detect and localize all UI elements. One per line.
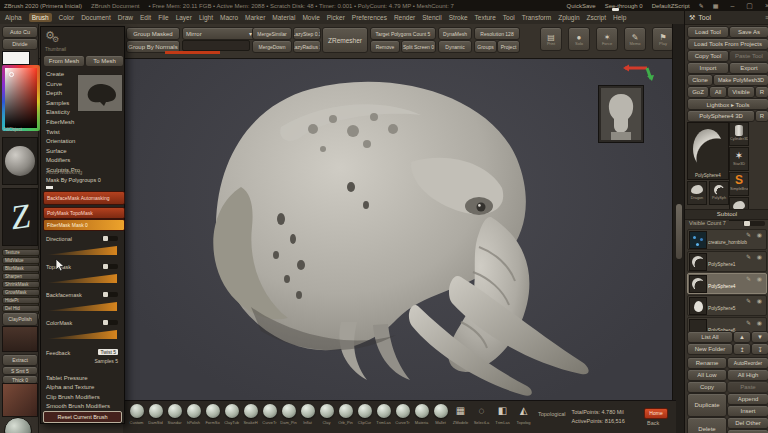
menu-item[interactable]: Document: [81, 14, 111, 21]
active-tool-thumbnail[interactable]: PolySphere4: [687, 122, 729, 180]
merge-similar-button[interactable]: MergeSimilar: [252, 27, 292, 40]
brush-thumbnail[interactable]: Clay: [317, 404, 336, 425]
brush-menu-section[interactable]: Tablet Pressure: [46, 375, 129, 381]
tray-button[interactable]: Sharpen: [2, 273, 40, 280]
brush-menu-section[interactable]: Twist: [46, 129, 129, 135]
rename-button[interactable]: Rename: [687, 357, 727, 369]
brush-menu-section[interactable]: Clip Brush Modifiers: [46, 394, 129, 400]
menu-item[interactable]: Zscript: [587, 14, 607, 21]
groups-button[interactable]: Groups: [474, 40, 497, 53]
slider-track[interactable]: [102, 236, 118, 241]
shelf-macro-button[interactable]: ▤ Print: [540, 27, 562, 51]
brush-thumbnail[interactable]: ClayTub: [222, 404, 241, 425]
slider-nub[interactable]: [46, 186, 53, 189]
brush-thumbnail[interactable]: Mallet: [431, 404, 450, 425]
axis-gizmo[interactable]: [623, 63, 655, 81]
menu-item[interactable]: Draw: [118, 14, 133, 21]
fiber-mask-button[interactable]: FiberMask Mask 0: [43, 219, 125, 231]
divide-button[interactable]: Divide: [2, 38, 38, 50]
menu-item[interactable]: Zplugin: [558, 14, 579, 21]
window-minimize-button[interactable]: –: [730, 2, 734, 9]
brush-thumbnail[interactable]: SnakeH: [241, 404, 260, 425]
twist-value[interactable]: Twist 5: [98, 349, 118, 355]
reset-current-brush-button[interactable]: Reset Current Brush: [43, 411, 122, 423]
menu-item[interactable]: Preferences: [352, 14, 387, 21]
auto-masking-header[interactable]: Auto Masking: [46, 169, 82, 175]
menu-item[interactable]: Macro: [220, 14, 238, 21]
group-masked-button[interactable]: Group Masked: [126, 27, 180, 40]
slider-nub[interactable]: [103, 292, 108, 297]
grid-icon[interactable]: ▦: [713, 2, 719, 9]
feedback-slider-group[interactable]: Feedback Twist 5 Samples 5: [43, 349, 120, 373]
subtool-thumbnail[interactable]: [689, 275, 707, 293]
auto-curve-button[interactable]: Auto Cu: [2, 26, 38, 38]
brush-thumbnail[interactable]: Custom: [127, 404, 146, 425]
current-color-swatch[interactable]: [2, 51, 30, 65]
tool-r-button[interactable]: R: [755, 110, 768, 122]
reference-image-panel[interactable]: [598, 85, 644, 143]
subtool-visibility-icons[interactable]: ✎ ◉: [746, 231, 764, 238]
menu-item[interactable]: Light: [199, 14, 213, 21]
slider-nub[interactable]: [103, 320, 108, 325]
texture-thumbnail[interactable]: [2, 383, 38, 417]
tray-button[interactable]: Texture: [2, 249, 40, 256]
append-button[interactable]: Append: [727, 393, 768, 405]
mask-by-polygroups-slider[interactable]: Mask By Polygroups 0: [46, 177, 101, 183]
remove-button[interactable]: Remove: [370, 40, 400, 53]
tray-button[interactable]: MidValue: [2, 257, 40, 264]
tool-thumbnail-cell[interactable]: Star3D: [729, 147, 749, 171]
stroke-thumbnail[interactable]: Z: [2, 188, 38, 246]
divider-handle[interactable]: [676, 204, 682, 259]
mirror-dropdown[interactable]: Mirror ▾: [182, 27, 256, 40]
back-button[interactable]: Back: [647, 420, 659, 426]
move-down-button[interactable]: ▼: [751, 331, 768, 343]
merge-down-button[interactable]: MergeDown: [252, 40, 292, 53]
move-up-button[interactable]: ▲: [733, 331, 751, 343]
from-mesh-button[interactable]: From Mesh: [43, 55, 85, 67]
see-through-slider[interactable]: See-through 0: [605, 3, 643, 9]
make-polymesh3d-button[interactable]: Make PolyMesh3D: [713, 74, 768, 86]
slider-nub[interactable]: [744, 221, 750, 226]
subtool-visibility-icons[interactable]: ✎ ◉: [746, 253, 764, 260]
automask-slider-group[interactable]: Directional: [43, 235, 120, 259]
subtool-row[interactable]: ✎ ◉ PolySphere4: [687, 273, 767, 294]
menu-item[interactable]: Tool: [503, 14, 515, 21]
material-thumbnail[interactable]: [2, 137, 38, 185]
tray-button[interactable]: HidePt: [2, 297, 40, 304]
tray-button[interactable]: GrowMask: [2, 289, 40, 296]
target-polygons-slider[interactable]: Target Polygons Count 5: [370, 27, 436, 40]
slider-nub[interactable]: [103, 264, 108, 269]
tray-button[interactable]: Del Hid: [2, 305, 40, 312]
zremesher-button[interactable]: ZRemesher: [322, 27, 368, 53]
shelf-macro-button[interactable]: ✶ Force: [596, 27, 618, 51]
home-button[interactable]: Home: [644, 408, 668, 419]
dynamesh-button[interactable]: DynaMesh: [438, 27, 472, 40]
brush-thumbnail[interactable]: CurveTr: [393, 404, 412, 425]
falloff-ramp[interactable]: [46, 274, 117, 283]
clone-button[interactable]: Clone: [687, 74, 713, 86]
brush-menu-section[interactable]: Modifiers: [46, 157, 129, 163]
copy-tool-button[interactable]: Copy Tool: [687, 50, 729, 62]
visible-count-track[interactable]: [743, 221, 765, 226]
slider-nub[interactable]: [103, 236, 108, 241]
brush-menu-section[interactable]: Orientation: [46, 138, 129, 144]
tray-button[interactable]: ShrinkMask: [2, 281, 40, 288]
menu-item[interactable]: Stroke: [449, 14, 468, 21]
list-all-button[interactable]: List All: [687, 331, 733, 343]
paste-tool-button[interactable]: Paste Tool: [729, 50, 768, 62]
brush-menu-section[interactable]: Smooth Brush Modifiers: [46, 403, 129, 409]
delete-button[interactable]: Delete: [687, 417, 727, 433]
menu-item[interactable]: Brush: [29, 13, 52, 22]
duplicate-button[interactable]: Duplicate: [687, 393, 727, 417]
visible-count-slider[interactable]: Visible Count 7: [689, 220, 726, 226]
brush-menu-section[interactable]: Alpha and Texture: [46, 384, 129, 390]
brush-menu-section[interactable]: Samples: [46, 100, 129, 106]
brush-thumbnail[interactable]: Standar: [165, 404, 184, 425]
tool-thumbnail[interactable]: ◧ TrimLas: [492, 404, 513, 425]
subtool-thumbnail[interactable]: [689, 253, 707, 271]
color-picker[interactable]: [2, 65, 40, 131]
resolution-slider[interactable]: Resolution 128: [474, 27, 520, 40]
tool-thumbnail[interactable]: ◭ Topolog: [513, 404, 534, 425]
falloff-ramp[interactable]: [46, 302, 117, 311]
subtool-row[interactable]: ✎ ◉ PolySphere5: [687, 295, 767, 316]
